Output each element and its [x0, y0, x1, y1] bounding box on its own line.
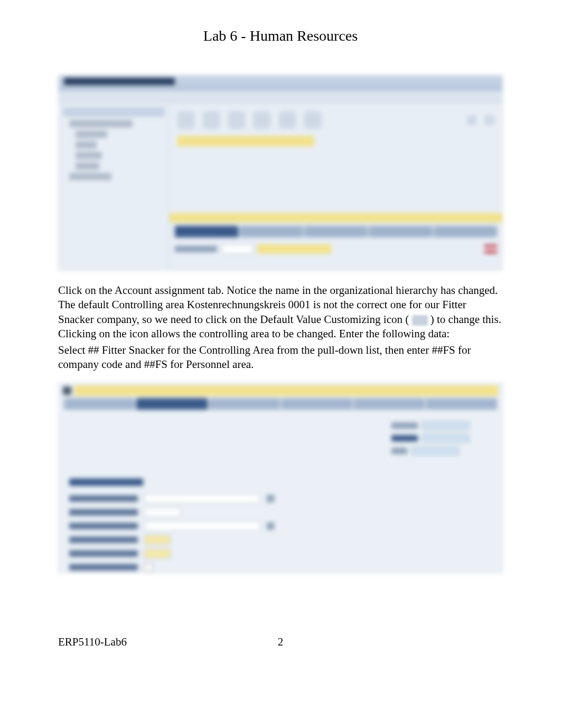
tab-address[interactable] [209, 398, 280, 410]
tab-work-schedule[interactable] [353, 398, 425, 410]
company-code-label [69, 537, 138, 543]
period-row [391, 446, 487, 456]
dropdown-icon[interactable] [267, 522, 274, 530]
tab-quota-planning[interactable] [426, 398, 497, 410]
flag-icon [484, 245, 497, 253]
toolbar-button[interactable] [278, 111, 296, 129]
tree-item[interactable] [69, 120, 133, 127]
pers-subarea-label [69, 564, 138, 570]
page-title: Lab 6 - Human Resources [0, 0, 561, 55]
master-cost-center-input[interactable] [144, 508, 181, 517]
instruction-paragraph-1: Click on the Account assignment tab. Not… [58, 283, 503, 341]
right-panel [170, 103, 502, 270]
ribbon-toolbar [177, 108, 495, 132]
valid-from-field[interactable] [422, 421, 470, 430]
valid-to-row [391, 433, 487, 444]
personnel-area-input[interactable] [144, 549, 171, 558]
tab-basic-data[interactable] [64, 398, 135, 410]
toolbar-button[interactable] [228, 111, 246, 129]
tree-item[interactable] [76, 131, 107, 138]
details-panel-header [170, 213, 502, 223]
account-assignment-form [69, 492, 344, 573]
pers-subarea-checkbox[interactable] [144, 563, 153, 572]
company-code-row [69, 533, 344, 547]
find-by-header [63, 107, 165, 117]
controlling-area-row [69, 492, 344, 505]
org-unit-code-input[interactable] [221, 244, 253, 254]
details-title [74, 385, 498, 396]
org-unit-name-input[interactable] [257, 244, 331, 254]
toolbar-button[interactable] [466, 115, 477, 125]
tab-account-assignment[interactable] [239, 226, 303, 237]
tree-item[interactable] [69, 173, 111, 180]
tree-item[interactable] [76, 141, 97, 149]
tab-cost[interactable] [304, 226, 368, 237]
detail-tabs-2 [59, 398, 502, 410]
screenshot-account-assignment [58, 383, 503, 573]
master-cost-center-row [69, 505, 344, 519]
personnel-area-label [69, 550, 138, 557]
toolbar-button[interactable] [484, 115, 495, 125]
left-panel [59, 103, 170, 270]
toolbar-button[interactable] [304, 111, 322, 129]
validity-dates [391, 420, 487, 458]
tab-cost-distribution[interactable] [281, 398, 352, 410]
footer-page-number: 2 [278, 635, 284, 649]
toolbar-button[interactable] [177, 111, 195, 129]
default-value-customizing-icon [412, 315, 428, 326]
business-area-row [69, 519, 344, 533]
valid-from-label [391, 422, 418, 429]
toolbar-button[interactable] [202, 111, 220, 129]
tab-account-assignment[interactable] [136, 398, 208, 410]
tree-item[interactable] [76, 162, 99, 170]
personnel-area-row [69, 547, 344, 560]
valid-to-label [391, 435, 418, 441]
tab-basic-data[interactable] [175, 226, 238, 237]
period-field[interactable] [412, 447, 459, 455]
content-area: Click on the Account assignment tab. Not… [0, 75, 561, 573]
business-area-label [69, 523, 138, 529]
account-assignment-section-label [69, 478, 143, 486]
window-titlebar [59, 76, 502, 90]
master-cost-center-label [69, 509, 138, 515]
org-unit-highlight[interactable] [177, 136, 314, 146]
org-unit-row [175, 243, 497, 255]
valid-to-field[interactable] [422, 434, 470, 443]
window-toolbar [59, 90, 502, 103]
company-code-input[interactable] [144, 535, 171, 545]
valid-from-row [391, 420, 487, 431]
tab-work-schedule[interactable] [434, 226, 497, 237]
detail-tabs [170, 226, 502, 237]
pers-subarea-row [69, 560, 344, 573]
period-label [391, 448, 407, 454]
window-body [59, 103, 502, 270]
business-area-dropdown[interactable] [144, 521, 260, 531]
footer-doc-id: ERP5110-Lab6 [58, 635, 127, 649]
controlling-area-dropdown[interactable] [144, 494, 260, 503]
instruction-paragraph-2: Select ## Fitter Snacker for the Control… [58, 343, 503, 372]
window-title-text [64, 78, 175, 85]
controlling-area-label [69, 495, 138, 502]
toolbar-button[interactable] [253, 111, 271, 129]
screenshot-org-staffing [58, 75, 503, 271]
tab-address[interactable] [369, 226, 432, 237]
field-label [175, 246, 217, 252]
collapse-icon[interactable] [63, 386, 71, 395]
tree-item[interactable] [76, 152, 102, 159]
dropdown-icon[interactable] [267, 495, 274, 502]
